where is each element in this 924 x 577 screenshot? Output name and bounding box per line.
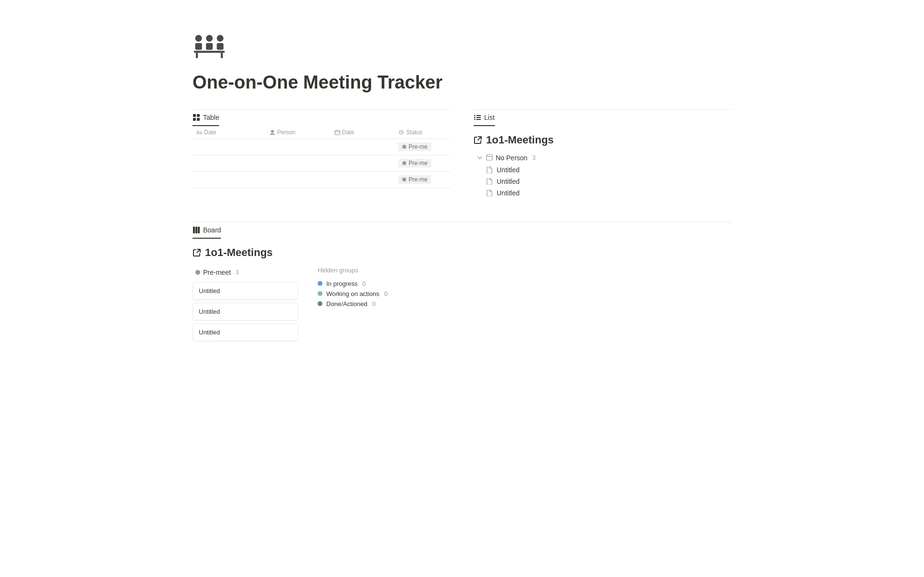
board-columns: Pre-meet 3 Untitled Untitled Untitled: [192, 267, 732, 344]
cell-date2-3: [331, 171, 395, 188]
document-icon: [486, 178, 493, 185]
table-row[interactable]: Pre-me: [192, 155, 450, 171]
svg-point-14: [271, 130, 274, 133]
list-item[interactable]: Untitled: [483, 187, 732, 199]
external-link-icon-board: [192, 248, 201, 257]
list-subgroup-header[interactable]: No Person 3: [474, 152, 732, 164]
svg-rect-26: [195, 227, 197, 233]
board-card[interactable]: Untitled: [192, 323, 298, 341]
cell-date2-1: [331, 139, 395, 155]
svg-point-0: [195, 35, 202, 42]
cell-date-1: [192, 139, 266, 155]
svg-rect-9: [193, 114, 196, 117]
hidden-group-done[interactable]: Done/Actioned 0: [318, 299, 388, 309]
svg-point-4: [217, 35, 223, 42]
person-icon: [486, 154, 493, 162]
status-dot-working: [318, 291, 322, 296]
board-column-header: Pre-meet 3: [192, 267, 298, 278]
list-items: Untitled Untitled Un: [483, 164, 732, 199]
table-row[interactable]: Pre-me: [192, 171, 450, 188]
list-group-title: 1o1-Meetings: [474, 134, 732, 146]
list-item[interactable]: Untitled: [483, 176, 732, 187]
document-icon: [486, 167, 493, 173]
status-dot-premeet: [195, 270, 200, 275]
cell-date-3: [192, 171, 266, 188]
svg-rect-17: [474, 115, 475, 116]
svg-rect-12: [197, 118, 200, 121]
cell-status-3: Pre-me: [395, 171, 450, 188]
svg-rect-6: [194, 51, 225, 53]
cell-status-1: Pre-me: [395, 139, 450, 155]
list-subgroup: No Person 3 Untitled: [474, 152, 732, 199]
col-header-status: Status: [395, 126, 450, 139]
status-dot-inprogress: [318, 281, 322, 286]
hidden-group-working-actions[interactable]: Working on actions 0: [318, 289, 388, 299]
list-tab[interactable]: List: [474, 110, 495, 126]
svg-rect-10: [197, 114, 200, 117]
svg-rect-15: [335, 130, 340, 135]
board-card[interactable]: Untitled: [192, 303, 298, 321]
svg-rect-19: [474, 117, 475, 118]
svg-point-2: [206, 35, 213, 42]
page-title: One-on-One Meeting Tracker: [192, 72, 732, 94]
board-icon: [192, 226, 200, 234]
svg-rect-18: [476, 115, 481, 116]
board-group-title: 1o1-Meetings: [192, 246, 732, 259]
data-table: Aa Date Person: [192, 126, 450, 188]
svg-rect-1: [195, 43, 202, 50]
list-view-section: List 1o1-Meetings No Person 3: [474, 109, 732, 199]
svg-rect-5: [217, 43, 223, 50]
col-header-date: Aa Date: [192, 126, 266, 139]
cell-date2-2: [331, 155, 395, 171]
svg-text:Aa: Aa: [196, 130, 202, 135]
board-tab[interactable]: Board: [192, 222, 221, 239]
chevron-down-icon: [476, 154, 483, 161]
board-column-premeet: Pre-meet 3 Untitled Untitled Untitled: [192, 267, 298, 344]
svg-rect-22: [476, 119, 481, 120]
document-icon: [486, 190, 493, 196]
board-card[interactable]: Untitled: [192, 282, 298, 300]
svg-rect-3: [206, 43, 213, 50]
page-icon: [192, 29, 732, 64]
svg-rect-8: [221, 53, 223, 58]
cell-person-2: [266, 155, 331, 171]
list-icon: [474, 114, 481, 121]
list-item[interactable]: Untitled: [483, 164, 732, 176]
table-icon: [192, 114, 200, 121]
table-row[interactable]: Pre-me: [192, 139, 450, 155]
board-view-section: Board 1o1-Meetings Pre-meet 3 Unt: [192, 222, 732, 344]
cell-person-3: [266, 171, 331, 188]
table-view-section: Table Aa Date: [192, 109, 450, 199]
external-link-icon: [474, 136, 482, 144]
svg-rect-21: [474, 119, 475, 120]
cell-person-1: [266, 139, 331, 155]
col-header-person: Person: [266, 126, 331, 139]
col-header-date2: Date: [331, 126, 395, 139]
cell-date-2: [192, 155, 266, 171]
table-tab[interactable]: Table: [192, 110, 219, 126]
svg-rect-25: [193, 227, 195, 233]
svg-rect-7: [196, 53, 198, 58]
hidden-groups: Hidden groups In progress 0 Working on a…: [318, 267, 388, 309]
svg-rect-27: [198, 227, 200, 233]
svg-rect-11: [193, 118, 196, 121]
cell-status-2: Pre-me: [395, 155, 450, 171]
hidden-group-in-progress[interactable]: In progress 0: [318, 279, 388, 289]
svg-rect-23: [487, 154, 492, 160]
svg-rect-20: [476, 117, 481, 118]
status-dot-done: [318, 301, 322, 306]
